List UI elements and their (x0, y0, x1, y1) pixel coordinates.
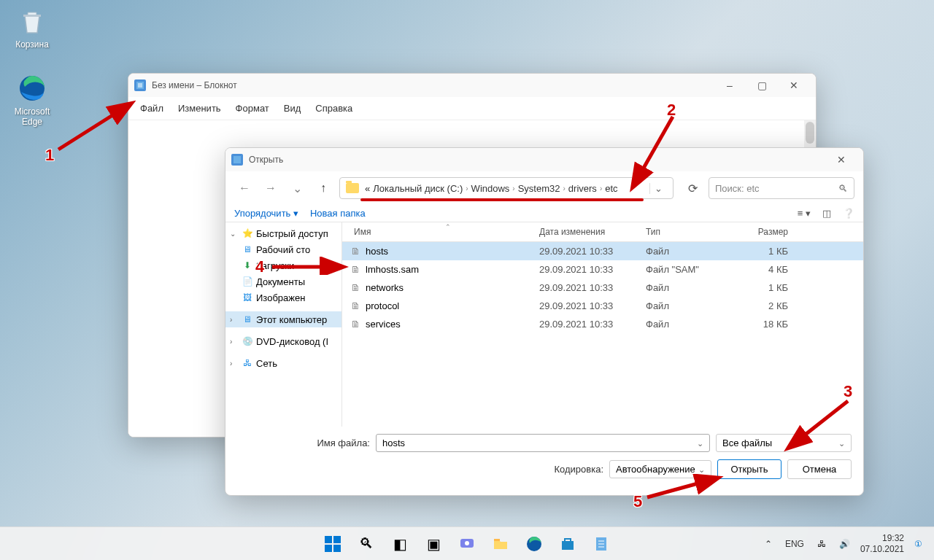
file-row[interactable]: 🗎hosts29.09.2021 10:33Файл1 КБ (342, 242, 863, 260)
menu-edit[interactable]: Изменить (172, 100, 227, 117)
edge-taskbar-button[interactable] (520, 529, 549, 559)
dialog-titlebar[interactable]: Открыть ✕ (225, 148, 863, 171)
breadcrumb-item[interactable]: Windows (471, 183, 510, 194)
chevron-right-icon: › (512, 184, 514, 192)
dialog-icon (231, 154, 243, 166)
address-bar[interactable]: « Локальный диск (C:) › Windows › System… (339, 177, 674, 199)
search-icon: 🔍︎ (838, 183, 848, 194)
column-size[interactable]: Размер (730, 227, 788, 237)
widgets-button[interactable]: ▣ (419, 529, 448, 559)
sidebar-this-pc[interactable]: ›🖥Этот компьютер (225, 311, 341, 327)
file-icon: 🗎 (351, 246, 366, 257)
start-button[interactable] (318, 529, 347, 559)
column-date[interactable]: Дата изменения (539, 227, 646, 237)
svg-rect-0 (23, 15, 41, 17)
help-button[interactable]: ❔ (843, 208, 854, 219)
maximize-button[interactable]: ▢ (746, 74, 778, 97)
annotation-3: 3 (844, 382, 852, 401)
svg-rect-6 (234, 156, 241, 163)
file-list: Имя⌃ Дата изменения Тип Размер 🗎hosts29.… (342, 222, 863, 427)
cancel-button[interactable]: Отмена (787, 459, 852, 479)
filetype-select[interactable]: Все файлы (716, 434, 852, 452)
close-button[interactable]: ✕ (778, 74, 810, 97)
column-type[interactable]: Тип (646, 227, 730, 237)
breadcrumb-item[interactable]: System32 (518, 183, 560, 194)
dialog-close-button[interactable]: ✕ (825, 148, 857, 171)
sidebar-downloads[interactable]: ⬇Загрузки (225, 257, 341, 273)
annotation-1: 1 (45, 146, 54, 165)
edge-icon[interactable]: Microsoft Edge (6, 73, 58, 127)
file-row[interactable]: 🗎networks29.09.2021 10:33Файл1 КБ (342, 279, 863, 297)
system-tray: ⌃ ENG 🖧 🔊 19:32 07.10.2021 ① (762, 533, 934, 554)
language-indicator[interactable]: ENG (782, 536, 807, 552)
annotation-underline (360, 198, 644, 201)
notepad-menubar: Файл Изменить Формат Вид Справка (128, 97, 816, 120)
notepad-titlebar[interactable]: Без имени – Блокнот – ▢ ✕ (128, 74, 816, 97)
sidebar-quick-access[interactable]: ⌄⭐Быстрый доступ (225, 225, 341, 241)
minimize-button[interactable]: – (714, 74, 746, 97)
menu-format[interactable]: Формат (230, 100, 275, 117)
chevron-right-icon: › (563, 184, 566, 192)
file-icon: 🗎 (351, 319, 366, 330)
sidebar-dvd[interactable]: ›💿DVD-дисковод (I (225, 333, 341, 349)
forward-button[interactable]: → (260, 178, 281, 198)
breadcrumb-item[interactable]: drivers (568, 183, 597, 194)
address-dropdown[interactable]: ⌄ (649, 183, 667, 194)
sidebar-images[interactable]: 🖼Изображен (225, 289, 341, 306)
organize-button[interactable]: Упорядочить ▾ (234, 208, 298, 219)
navigation-pane: ⌄⭐Быстрый доступ 🖥Рабочий сто ⬇Загрузки … (225, 222, 342, 427)
annotation-2: 2 (667, 101, 676, 120)
menu-view[interactable]: Вид (278, 100, 307, 117)
encoding-label: Кодировка: (554, 464, 603, 475)
search-button[interactable]: 🔍︎ (352, 529, 381, 559)
encoding-select[interactable]: Автообнаружение (609, 460, 711, 478)
edge-label: Microsoft Edge (6, 106, 58, 127)
up-button[interactable]: ↑ (313, 178, 333, 198)
chevron-right-icon: › (600, 184, 602, 192)
dialog-title: Открыть (249, 155, 825, 165)
sidebar-desktop[interactable]: 🖥Рабочий сто (225, 241, 341, 257)
menu-help[interactable]: Справка (309, 100, 358, 117)
svg-rect-18 (333, 536, 341, 543)
recent-button[interactable]: ⌄ (287, 178, 307, 198)
file-list-header: Имя⌃ Дата изменения Тип Размер (342, 222, 863, 242)
filename-input[interactable]: hosts (376, 434, 710, 452)
network-icon[interactable]: 🖧 (814, 536, 829, 552)
file-row[interactable]: 🗎lmhosts.sam29.09.2021 10:33Файл "SAM"4 … (342, 260, 863, 279)
dialog-nav-toolbar: ← → ⌄ ↑ « Локальный диск (C:) › Windows … (225, 171, 863, 205)
notepad-taskbar-button[interactable] (587, 529, 616, 559)
tray-overflow-button[interactable]: ⌃ (762, 536, 775, 552)
file-icon: 🗎 (351, 300, 366, 311)
open-button[interactable]: Открыть (717, 459, 781, 479)
menu-file[interactable]: Файл (134, 100, 169, 117)
preview-pane-button[interactable]: ◫ (822, 208, 831, 219)
explorer-button[interactable] (486, 529, 515, 559)
breadcrumb-item[interactable]: etc (605, 183, 617, 194)
breadcrumb-prefix: « (365, 183, 370, 194)
new-folder-button[interactable]: Новая папка (310, 208, 366, 219)
back-button[interactable]: ← (234, 178, 255, 198)
refresh-button[interactable]: ⟳ (682, 178, 703, 198)
file-row[interactable]: 🗎protocol29.09.2021 10:33Файл2 КБ (342, 297, 863, 315)
search-input[interactable]: Поиск: etc 🔍︎ (709, 177, 854, 199)
column-name[interactable]: Имя⌃ (351, 227, 539, 237)
volume-icon[interactable]: 🔊 (836, 536, 853, 552)
chevron-right-icon: › (466, 184, 468, 192)
store-button[interactable] (553, 529, 582, 559)
file-row[interactable]: 🗎services29.09.2021 10:33Файл18 КБ (342, 315, 863, 333)
sidebar-network[interactable]: ›🖧Сеть (225, 355, 341, 371)
view-options-button[interactable]: ≡ ▾ (798, 208, 811, 219)
svg-rect-23 (494, 539, 500, 541)
file-icon: 🗎 (351, 282, 366, 293)
notepad-icon (134, 79, 146, 91)
notifications-button[interactable]: ① (911, 536, 925, 552)
clock[interactable]: 19:32 07.10.2021 (860, 533, 904, 554)
annotation-4: 4 (255, 257, 264, 276)
task-view-button[interactable]: ◧ (385, 529, 414, 559)
svg-rect-19 (325, 545, 332, 552)
sidebar-documents[interactable]: 📄Документы (225, 273, 341, 289)
dialog-organize-toolbar: Упорядочить ▾ Новая папка ≡ ▾ ◫ ❔ (225, 205, 863, 222)
breadcrumb-item[interactable]: Локальный диск (C:) (373, 183, 463, 194)
chat-button[interactable] (452, 529, 482, 559)
recycle-bin-icon[interactable]: Корзина (6, 6, 58, 50)
